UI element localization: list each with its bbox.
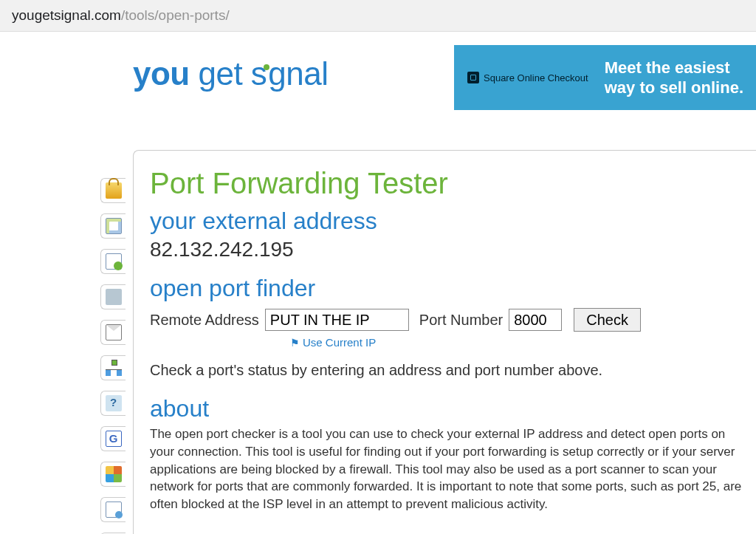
remote-address-label: Remote Address <box>150 312 259 329</box>
external-ip: 82.132.242.195 <box>150 238 747 261</box>
google-icon: G <box>106 431 122 447</box>
page-title: Port Forwarding Tester <box>150 167 747 200</box>
check-button[interactable]: Check <box>574 308 641 332</box>
port-number-input[interactable] <box>509 309 562 331</box>
about-text: The open port checker is a tool you can … <box>150 425 747 513</box>
ad-line1: Meet the easiest <box>605 58 743 78</box>
side-tab-open-ports[interactable] <box>100 178 126 203</box>
phone-icon <box>106 289 122 305</box>
side-tab-google[interactable]: G <box>100 426 126 451</box>
ad-banner[interactable]: Square Online Checkout Meet the easiest … <box>454 45 756 110</box>
mail-icon <box>106 324 122 340</box>
flag-icon: ⚑ <box>290 337 300 349</box>
url-path: /tools/open-ports/ <box>121 7 230 23</box>
windows-icon <box>106 466 122 482</box>
use-current-ip-link[interactable]: Use Current IP <box>303 336 376 349</box>
port-number-label: Port Number <box>419 312 503 329</box>
lock-icon <box>106 182 122 199</box>
side-tab-network[interactable] <box>100 355 126 380</box>
side-tab-bar: G <box>100 150 133 534</box>
logo-bold: you <box>133 55 190 92</box>
url-domain: yougetsignal.com <box>12 7 121 23</box>
finder-form: Remote Address Port Number Check <box>150 308 747 332</box>
map-icon <box>106 218 122 234</box>
external-address-heading: your external address <box>150 208 747 235</box>
ad-brand: Square Online Checkout <box>467 72 588 83</box>
square-icon <box>467 72 479 83</box>
open-port-finder-heading: open port finder <box>150 275 747 302</box>
map-send-icon <box>106 253 122 270</box>
document-icon <box>106 502 122 518</box>
side-tab-mail[interactable] <box>100 320 126 345</box>
main-content: Port Forwarding Tester your external add… <box>133 150 756 534</box>
header-region: you get sgnal Square Online Checkout Mee… <box>0 32 756 150</box>
browser-url-bar[interactable]: yougetsignal.com/tools/open-ports/ <box>0 0 756 32</box>
side-tab-help[interactable] <box>100 391 126 416</box>
side-tab-document[interactable] <box>100 497 126 522</box>
ad-headline: Meet the easiest way to sell online. <box>605 58 743 98</box>
about-heading: about <box>150 395 747 422</box>
remote-address-input[interactable] <box>265 309 409 331</box>
side-tab-reverse-ip[interactable] <box>100 249 126 274</box>
ad-line2: way to sell online. <box>605 78 743 98</box>
status-message: Check a port's status by entering an add… <box>150 362 747 379</box>
network-icon <box>106 360 122 376</box>
use-current-ip-row: ⚑Use Current IP <box>290 336 747 349</box>
logo-after: gnal <box>268 55 328 92</box>
side-tab-windows[interactable] <box>100 462 126 487</box>
side-tab-phone[interactable] <box>100 284 126 309</box>
help-icon <box>106 395 122 411</box>
site-logo[interactable]: you get sgnal <box>133 55 329 92</box>
ad-brand-text: Square Online Checkout <box>484 72 588 83</box>
side-tab-visual-trace[interactable] <box>100 213 126 239</box>
logo-mid: get s <box>190 55 267 92</box>
